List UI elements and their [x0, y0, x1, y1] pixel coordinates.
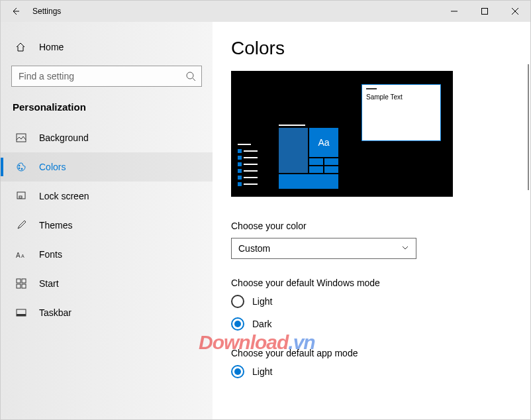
search-icon	[185, 71, 196, 84]
maximize-button[interactable]	[469, 1, 500, 22]
radio-icon	[231, 365, 244, 378]
sidebar: Home Personalization Background C	[1, 22, 213, 419]
page-title: Colors	[231, 38, 512, 59]
search-input[interactable]	[12, 71, 201, 81]
svg-point-4	[19, 168, 20, 169]
category-heading: Personalization	[1, 96, 213, 123]
svg-rect-11	[22, 279, 26, 283]
window-body: Home Personalization Background C	[1, 22, 530, 419]
svg-rect-15	[17, 314, 26, 316]
preview-start-menu	[238, 144, 258, 189]
search-box[interactable]	[11, 66, 202, 87]
radio-label: Dark	[252, 319, 272, 329]
sidebar-item-label: Fonts	[39, 249, 62, 260]
sidebar-item-label: Background	[39, 132, 89, 143]
color-mode-value: Custom	[238, 243, 270, 254]
windows-mode-dark[interactable]: Dark	[231, 317, 512, 331]
start-icon	[15, 278, 27, 289]
palette-icon	[15, 162, 27, 172]
fonts-icon: AA	[15, 250, 27, 259]
nav-list: Background Colors Lock screen Themes AA …	[1, 123, 213, 327]
taskbar-icon	[15, 307, 27, 318]
minimize-button[interactable]	[439, 1, 469, 22]
svg-point-5	[21, 168, 23, 170]
home-link[interactable]: Home	[1, 34, 213, 60]
sidebar-item-label: Start	[39, 278, 59, 289]
svg-text:A: A	[21, 254, 24, 258]
titlebar: Settings	[1, 1, 530, 22]
sidebar-item-fonts[interactable]: AA Fonts	[1, 240, 213, 269]
preview-tiles: Aa	[279, 125, 338, 189]
back-button[interactable]	[1, 1, 30, 22]
maximize-icon	[481, 8, 488, 15]
svg-rect-12	[17, 284, 21, 288]
search-wrap	[1, 60, 213, 96]
app-mode-group: Light	[231, 365, 512, 378]
svg-rect-10	[17, 279, 21, 283]
sidebar-item-start[interactable]: Start	[1, 269, 213, 298]
app-title: Settings	[32, 7, 61, 16]
windows-mode-group: Light Dark	[231, 295, 512, 331]
svg-rect-0	[482, 9, 488, 15]
radio-icon	[231, 295, 244, 308]
svg-rect-7	[19, 196, 22, 198]
app-mode-label: Choose your default app mode	[231, 348, 512, 358]
sidebar-item-background[interactable]: Background	[1, 123, 213, 152]
preview-aa-tile: Aa	[309, 128, 338, 157]
close-button[interactable]	[500, 1, 530, 22]
scrollbar[interactable]	[528, 64, 529, 190]
preview-app-window: Sample Text	[362, 84, 441, 141]
app-mode-light[interactable]: Light	[231, 365, 512, 378]
main-content: Colors Aa	[213, 22, 530, 419]
radio-icon	[231, 317, 244, 331]
lockscreen-icon	[15, 191, 27, 201]
color-mode-select[interactable]: Custom	[231, 238, 416, 259]
sidebar-item-themes[interactable]: Themes	[1, 211, 213, 240]
home-icon	[15, 42, 27, 52]
radio-label: Light	[252, 366, 272, 377]
home-label: Home	[39, 42, 64, 52]
sidebar-item-taskbar[interactable]: Taskbar	[1, 298, 213, 327]
sidebar-item-label: Lock screen	[39, 191, 89, 201]
arrow-left-icon	[10, 6, 21, 17]
radio-label: Light	[252, 296, 272, 307]
windows-mode-light[interactable]: Light	[231, 295, 512, 308]
image-icon	[15, 132, 27, 143]
svg-rect-13	[22, 284, 26, 288]
sidebar-item-label: Taskbar	[39, 307, 72, 318]
window-controls	[439, 1, 530, 22]
minimize-icon	[451, 8, 458, 15]
svg-point-3	[19, 165, 20, 166]
svg-text:A: A	[16, 252, 21, 259]
close-icon	[512, 8, 518, 15]
choose-color-label: Choose your color	[231, 221, 512, 231]
brush-icon	[15, 220, 27, 231]
preview-sample-text: Sample Text	[366, 93, 436, 101]
sidebar-item-label: Themes	[39, 220, 73, 231]
windows-mode-label: Choose your default Windows mode	[231, 278, 512, 288]
sidebar-item-label: Colors	[39, 162, 66, 172]
sidebar-item-colors[interactable]: Colors	[1, 152, 213, 182]
color-preview: Aa Sample Text	[231, 71, 453, 197]
svg-point-1	[187, 72, 193, 79]
sidebar-item-lockscreen[interactable]: Lock screen	[1, 182, 213, 211]
chevron-down-icon	[401, 243, 409, 254]
settings-window: Settings Home	[0, 0, 531, 420]
